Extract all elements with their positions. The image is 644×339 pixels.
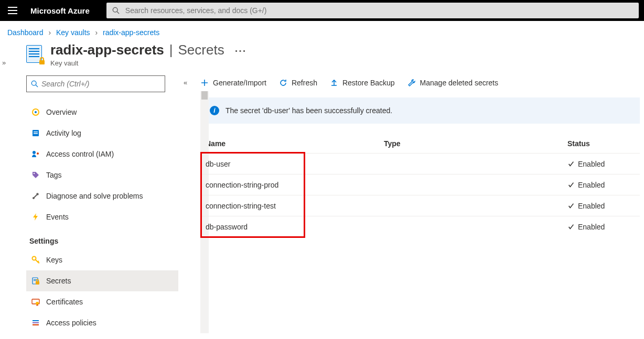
- expand-left-panel-button[interactable]: »: [2, 59, 6, 67]
- sidebar-item-label: Access policies: [46, 319, 96, 327]
- svg-rect-22: [33, 322, 39, 323]
- table-row[interactable]: connection-string-prodEnabled: [200, 174, 640, 195]
- keys-icon: [29, 256, 42, 264]
- breadcrumb-keyvaults[interactable]: Key vaults: [56, 28, 90, 37]
- svg-point-3: [31, 81, 36, 85]
- main-content: Generate/Import Refresh Restore Backup M…: [178, 75, 644, 333]
- sidebar-item-tags[interactable]: Tags: [26, 165, 178, 185]
- sidebar-item-activity-log[interactable]: Activity log: [26, 123, 178, 144]
- check-icon: [567, 202, 575, 210]
- top-bar: Microsoft Azure: [0, 0, 644, 21]
- page-section: Secrets: [178, 42, 224, 58]
- generate-import-button[interactable]: Generate/Import: [200, 79, 266, 87]
- secret-name: db-password: [200, 223, 384, 231]
- column-header-name[interactable]: Name: [200, 139, 384, 148]
- table-header: Name Type Status: [200, 134, 640, 153]
- sidebar-item-overview[interactable]: Overview: [26, 102, 178, 123]
- chevron-right-icon: ›: [95, 28, 98, 37]
- secrets-icon: [29, 277, 42, 285]
- sidebar-item-access-policies[interactable]: Access policies: [26, 312, 178, 333]
- refresh-icon: [279, 79, 287, 87]
- sidebar-item-label: Tags: [46, 171, 62, 179]
- table-body: db-userEnabledconnection-string-prodEnab…: [200, 153, 640, 237]
- hamburger-menu-button[interactable]: [0, 0, 25, 21]
- sidebar-nav: Overview Activity log Access control (IA…: [26, 102, 178, 333]
- sidebar-item-events[interactable]: Events: [26, 206, 178, 227]
- refresh-button[interactable]: Refresh: [279, 79, 317, 87]
- sidebar-item-iam[interactable]: Access control (IAM): [26, 144, 178, 165]
- svg-rect-23: [33, 324, 39, 325]
- global-search-input[interactable]: [125, 6, 639, 15]
- search-icon: [106, 7, 125, 14]
- lock-icon: [38, 57, 46, 65]
- secret-status: Enabled: [567, 181, 640, 189]
- sidebar-item-keys[interactable]: Keys: [26, 249, 178, 270]
- toolbar-label: Generate/Import: [213, 79, 266, 87]
- secret-name: db-user: [200, 160, 384, 168]
- wrench-icon: [407, 79, 416, 87]
- table-row[interactable]: db-passwordEnabled: [200, 216, 640, 237]
- sidebar-search[interactable]: [26, 75, 165, 92]
- sidebar-item-diagnose[interactable]: Diagnose and solve problems: [26, 185, 178, 206]
- tags-icon: [29, 171, 42, 179]
- toolbar-label: Restore Backup: [342, 79, 395, 87]
- sidebar-item-secrets[interactable]: Secrets: [26, 270, 178, 291]
- breadcrumb: Dashboard › Key vaults › radix-app-secre…: [0, 21, 644, 40]
- toolbar-label: Manage deleted secrets: [420, 79, 498, 87]
- collapse-sidebar-button[interactable]: «: [184, 79, 187, 86]
- breadcrumb-current[interactable]: radix-app-secrets: [103, 28, 159, 37]
- table-row[interactable]: connection-string-testEnabled: [200, 195, 640, 216]
- more-actions-button[interactable]: ···: [235, 45, 247, 57]
- sidebar-item-label: Diagnose and solve problems: [46, 192, 143, 200]
- sidebar-item-label: Overview: [46, 108, 77, 116]
- diagnose-icon: [29, 192, 42, 200]
- column-header-status[interactable]: Status: [567, 139, 640, 148]
- iam-icon: [29, 150, 42, 158]
- hamburger-icon: [8, 7, 17, 14]
- svg-line-1: [117, 12, 119, 14]
- column-header-type[interactable]: Type: [384, 139, 567, 148]
- table-row[interactable]: db-userEnabled: [200, 153, 640, 174]
- sidebar-item-label: Keys: [46, 256, 62, 264]
- svg-rect-21: [33, 320, 39, 321]
- sidebar-item-label: Events: [46, 213, 69, 221]
- check-icon: [567, 181, 575, 189]
- notification-message: The secret 'db-user' has been successful…: [226, 106, 392, 115]
- manage-deleted-button[interactable]: Manage deleted secrets: [407, 79, 498, 87]
- restore-backup-button[interactable]: Restore Backup: [330, 79, 395, 87]
- toolbar-label: Refresh: [292, 79, 317, 87]
- access-policies-icon: [29, 319, 42, 327]
- sidebar-item-label: Activity log: [46, 129, 81, 137]
- breadcrumb-dashboard[interactable]: Dashboard: [7, 28, 44, 37]
- svg-point-12: [34, 173, 35, 174]
- sidebar-item-label: Certificates: [46, 298, 83, 306]
- svg-point-0: [113, 7, 117, 12]
- check-icon: [567, 160, 575, 168]
- activity-log-icon: [29, 129, 42, 137]
- success-notification: i The secret 'db-user' has been successf…: [200, 97, 640, 124]
- plus-icon: [200, 79, 209, 87]
- check-icon: [567, 223, 575, 231]
- page-header: radix-app-secrets | Secrets ··· Key vaul…: [0, 40, 644, 75]
- svg-rect-2: [39, 60, 45, 64]
- secret-name: connection-string-test: [200, 202, 384, 210]
- sidebar-item-label: Secrets: [46, 277, 71, 285]
- svg-point-10: [33, 151, 36, 154]
- brand-label: Microsoft Azure: [25, 6, 100, 15]
- sidebar-item-label: Access control (IAM): [46, 150, 114, 158]
- chevron-right-icon: ›: [48, 28, 51, 37]
- sidebar-search-input[interactable]: [41, 80, 160, 88]
- sidebar-item-certificates[interactable]: Certificates: [26, 291, 178, 312]
- svg-point-13: [33, 197, 35, 199]
- svg-line-4: [36, 85, 38, 87]
- search-icon: [31, 80, 38, 88]
- secret-status: Enabled: [567, 202, 640, 210]
- svg-rect-9: [34, 133, 38, 134]
- svg-rect-8: [34, 132, 38, 133]
- certificates-icon: [29, 298, 42, 306]
- keyvault-icon: [26, 45, 44, 63]
- global-search[interactable]: [106, 3, 639, 18]
- info-icon: i: [210, 106, 219, 115]
- svg-rect-16: [34, 279, 37, 280]
- sidebar: « Overview Activity log Access control (…: [26, 75, 178, 333]
